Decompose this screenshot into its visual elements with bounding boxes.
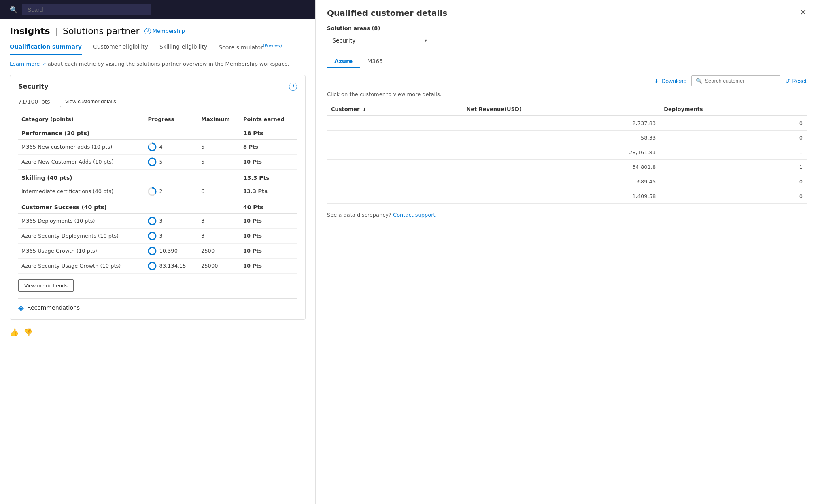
sort-icon: ↓ [363,107,366,112]
col-maximum: Maximum [198,114,240,125]
sub-progress: 83,134.15 [144,258,198,273]
tab-customer-eligibility[interactable]: Customer eligibility [93,43,148,55]
sub-label: Azure New Customer Adds (10 pts) [18,154,144,169]
score-row: 71/100 pts View customer details [18,96,297,107]
table-row[interactable]: 34,801.8 1 [327,160,807,174]
page-title-divider: | [55,26,58,36]
sub-maximum: 25000 [198,258,240,273]
table-row[interactable]: 28,161.83 1 [327,145,807,160]
external-link-icon: ↗ [42,62,46,67]
right-panel: Qualified customer details ✕ Solution ar… [316,0,818,504]
col-category: Category (points) [18,114,144,125]
search-icon: 🔍 [696,78,702,84]
contact-support-link[interactable]: Contact support [393,212,436,218]
sub-maximum: 5 [198,139,240,154]
page-title-insights: Insights [10,26,50,36]
download-icon: ⬇ [654,78,659,84]
tab-skilling[interactable]: Skilling eligibility [159,43,207,55]
page-header: Insights | Solutions partner i Membershi… [10,26,306,36]
sub-maximum: 3 [198,228,240,243]
customer-name [327,145,462,160]
membership-info-icon: i [144,28,151,34]
solution-dropdown[interactable]: Security ▾ [327,34,432,47]
preview-badge: (Preview) [263,43,282,48]
table-row[interactable]: 1,409.58 0 [327,189,807,204]
sub-maximum: 3 [198,213,240,228]
customer-table: Customer ↓ Net Revenue(USD) Deployments … [327,103,807,204]
nav-tabs: Qualification summary Customer eligibili… [10,43,306,55]
left-panel: 🔍 Insights | Solutions partner i Members… [0,0,316,504]
reset-button[interactable]: ↺ Reset [785,78,807,84]
sub-label: Azure Security Usage Growth (10 pts) [18,258,144,273]
search-customer-container: 🔍 [691,75,780,86]
sub-progress: 3 [144,213,198,228]
customer-col-header: Customer ↓ [327,103,462,116]
sub-pts-earned: 10 Pts [240,228,297,243]
sub-progress: 10,390 [144,243,198,258]
click-hint: Click on the customer to view more detai… [327,91,807,97]
deployments: 1 [660,145,807,160]
category-label: Performance (20 pts) [18,125,240,139]
sub-progress: 2 [144,184,198,199]
sub-pts-earned: 10 Pts [240,258,297,273]
customer-name [327,160,462,174]
customer-name [327,116,462,131]
category-label: Skilling (40 pts) [18,169,240,184]
svg-point-13 [149,262,156,270]
solution-label: Solution areas (8) [327,25,807,31]
deployments: 1 [660,160,807,174]
sub-progress: 4 [144,139,198,154]
sub-pts-earned: 10 Pts [240,243,297,258]
recommendations-row: ◈ Recommendations [18,298,297,312]
table-row[interactable]: 58.33 0 [327,131,807,145]
card-info-icon[interactable]: i [289,83,297,91]
sub-pts-earned: 13.3 Pts [240,184,297,199]
sub-maximum: 5 [198,154,240,169]
membership-badge[interactable]: i Membership [144,28,185,34]
panel-toolbar: ⬇ Download 🔍 ↺ Reset [327,75,807,86]
net-revenue: 28,161.83 [462,145,660,160]
view-customer-details-button[interactable]: View customer details [60,96,121,107]
sub-tab-azure[interactable]: Azure [327,55,360,68]
sub-label: Azure Security Deployments (10 pts) [18,228,144,243]
thumbs-down-button[interactable]: 👎 [23,328,32,337]
net-revenue: 58.33 [462,131,660,145]
sub-label: Intermediate certifications (40 pts) [18,184,144,199]
score-display: 71/100 pts [18,96,50,106]
thumbs-up-button[interactable]: 👍 [10,328,19,337]
table-row[interactable]: 2,737.83 0 [327,116,807,131]
sub-label: M365 New customer adds (10 pts) [18,139,144,154]
sub-maximum: 2500 [198,243,240,258]
close-button[interactable]: ✕ [800,8,807,16]
download-button[interactable]: ⬇ Download [654,78,686,84]
net-revenue: 1,409.58 [462,189,660,204]
sub-tab-m365[interactable]: M365 [360,55,390,68]
page-title-sub: Solutions partner [63,26,140,36]
category-pts-earned: 40 Pts [240,199,297,213]
net-revenue: 34,801.8 [462,160,660,174]
panel-header: Qualified customer details ✕ [327,8,807,18]
card-title: Security [18,83,49,90]
top-search-input[interactable] [22,4,151,15]
sub-pts-earned: 10 Pts [240,213,297,228]
learn-more-bar: Learn more ↗ about each metric by visiti… [10,61,306,67]
svg-point-9 [149,232,156,240]
tab-qualification[interactable]: Qualification summary [10,43,82,55]
svg-point-11 [149,247,156,255]
chevron-down-icon: ▾ [425,38,427,43]
sub-pts-earned: 10 Pts [240,154,297,169]
table-row[interactable]: 689.45 0 [327,174,807,189]
diamond-icon: ◈ [18,304,24,312]
tab-score-simulator[interactable]: Score simulator(Preview) [219,43,282,55]
recommendations-label: Recommendations [27,304,80,311]
customer-name [327,189,462,204]
net-revenue-col-header: Net Revenue(USD) [462,103,660,116]
deployments: 0 [660,116,807,131]
deployments: 0 [660,174,807,189]
learn-more-link[interactable]: Learn more ↗ [10,61,48,67]
search-customer-input[interactable] [705,78,776,84]
category-label: Customer Success (40 pts) [18,199,240,213]
sub-tabs: Azure M365 [327,55,807,68]
view-metric-trends-button[interactable]: View metric trends [18,279,74,292]
customer-name [327,131,462,145]
